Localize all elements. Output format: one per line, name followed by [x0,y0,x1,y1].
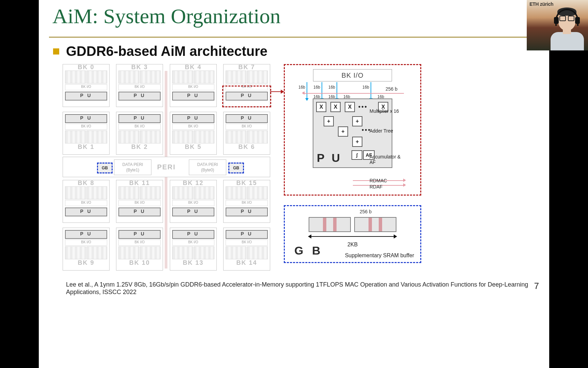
bank-row: P U BK I/O BK 1 P UBK I/OBK 2 P UBK I/OB… [63,112,270,155]
presentation-slide: AiM: System Organization GDDR6-based AiM… [39,0,549,368]
memory-bank: P U BK I/O BK 1 [63,112,110,155]
pu-name: P U [317,151,342,165]
bank-array-diagram: BK 0 BK I/O P U BK 3 BK I/O P U BK 4 BK … [63,64,270,275]
gb-caption: Supplementary SRAM buffer [345,252,414,259]
bank-row: BK 0 BK I/O P U BK 3 BK I/O P U BK 4 BK … [63,64,270,107]
presenter-avatar [549,6,586,50]
pu-label-accumulator: Accumulator & AF [370,154,407,165]
memory-bank: BK 3 BK I/O P U [116,64,163,107]
bus-bits-label: 256 b [386,86,397,92]
multiplier-unit: X [316,102,326,112]
pu-label-rdmac: RDMAC [370,178,387,183]
accumulator-unit: ∫ [352,150,362,160]
bit-label: 16b [298,85,305,90]
pu-detail-diagram: BK I/O 16b 16b 16b 16b 16b 16b 16b 16b 2… [284,64,421,196]
gb-buffer-half [354,217,396,232]
slide-title: AiM: System Organization [52,4,280,28]
peri-label: PERI [157,163,176,171]
memory-bank: BK 0 BK I/O P U [63,64,110,107]
cell-array [63,70,109,83]
presenter-webcam: ETH ETH zürichzürich [527,0,588,50]
subtitle-row: GDDR6-based AiM architecture [53,44,267,59]
data-peri-byte1: DATA PERI(Byte1) [114,159,151,175]
pu-zoom-arrow [270,91,284,92]
memory-bank: BK 4 BK I/O P U [170,64,217,107]
global-buffer-right: GB [228,163,244,173]
gb-name: G B [294,244,323,257]
pu-label-addertree: Adder Tree [370,128,393,134]
pu-label-rdaf: RDAF [370,184,382,189]
citation-footer: Lee et al., A 1ynm 1.25V 8Gb, 16Gb/s/pin… [66,281,536,296]
bank-label: BK 3 [116,64,163,70]
bk-io-box: BK I/O [313,69,392,81]
data-peri-byte0: DATA PERI(Byte0) [189,159,226,175]
bank-io: BK I/O [65,84,107,90]
title-underline [49,37,539,37]
gb-buffer-half [309,217,351,232]
gb-buffer-bars [291,217,414,232]
adder-unit: + [324,116,334,126]
bank-row: P UBK I/OBK 9 P UBK I/OBK 10 P UBK I/OBK… [63,228,270,271]
global-buffer-left: GB [97,163,113,173]
global-buffer-detail: 256 b 2KB G B Supplementary SRAM buffer [284,205,421,263]
processing-unit: P U [65,92,107,101]
bank-label: BK 0 [63,64,109,70]
peri-block: PERI DATA PERI(Byte1) DATA PERI(Byte0) G… [63,157,270,177]
page-number: 7 [534,281,539,291]
ellipsis: ••• [358,103,368,110]
bank-row: BK 8BK I/OP U BK 11BK I/OP U BK 12BK I/O… [63,180,270,223]
memory-bank: BK 7 BK I/O P U [223,64,270,107]
gb-bits-label: 256 b [360,209,372,214]
slide-subtitle: GDDR6-based AiM architecture [66,44,267,59]
bullet-icon [53,48,59,55]
pu-label-multiplier: Multiplier x 16 [370,108,399,114]
